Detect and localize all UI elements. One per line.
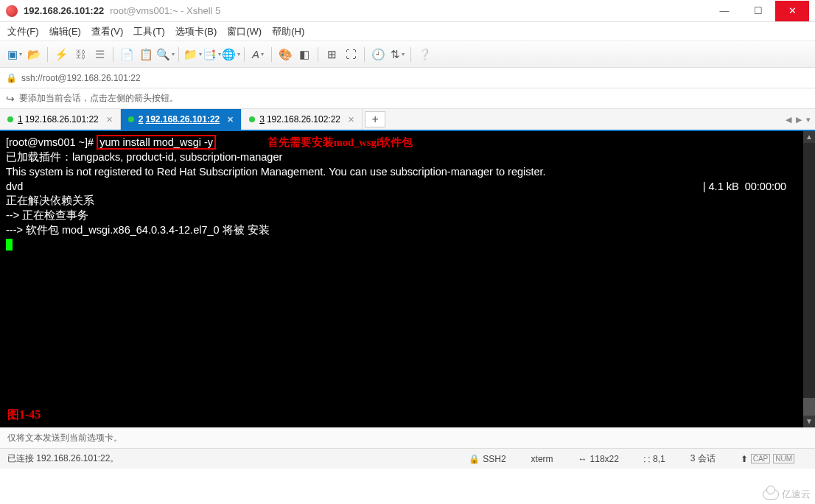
terminal-line: dvd	[6, 181, 23, 192]
open-icon[interactable]: 📂	[25, 46, 43, 63]
tab-close-icon[interactable]: ✕	[227, 115, 234, 125]
separator	[113, 47, 113, 62]
reconnect-icon[interactable]: ⚡	[52, 46, 70, 63]
separator	[271, 47, 272, 62]
session-tab-3[interactable]: 3 192.168.26.102:22 ✕	[242, 109, 363, 130]
help-icon[interactable]: ❔	[416, 46, 433, 63]
find-icon[interactable]: 🔍	[156, 46, 174, 63]
menu-tools[interactable]: 工具(T)	[133, 25, 165, 38]
status-bar: 已连接 192.168.26.101:22。 🔒 SSH2 xterm ↔ 11…	[0, 448, 815, 469]
session-tab-1[interactable]: 1 192.168.26.101:22 ✕	[0, 109, 121, 130]
tab-bar: 1 192.168.26.101:22 ✕ 2 192.168.26.101:2…	[0, 109, 815, 131]
window-title-main: 192.168.26.101:22	[24, 5, 104, 16]
minimize-button[interactable]: —	[707, 1, 741, 21]
status-dot-icon	[249, 116, 255, 122]
send-hint-text: 仅将文本发送到当前选项卡。	[7, 432, 122, 444]
address-text[interactable]: ssh://root@192.168.26.101:22	[21, 73, 141, 83]
transfer-icon[interactable]: ⇅	[388, 46, 406, 63]
session-count: 3 会话	[690, 452, 716, 465]
terminal-line: --> 正在检查事务	[6, 209, 88, 221]
tab-prev-icon[interactable]: ◀	[786, 115, 791, 125]
menu-tabs[interactable]: 选项卡(B)	[175, 25, 217, 38]
separator	[178, 47, 179, 62]
terminal-line: This system is not registered to Red Hat…	[6, 166, 546, 178]
script-icon[interactable]: 📑	[203, 46, 220, 63]
tab-label: 192.168.26.101:22	[145, 114, 220, 125]
menu-file[interactable]: 文件(F)	[7, 25, 39, 38]
cloud-icon	[763, 489, 779, 500]
menu-help[interactable]: 帮助(H)	[272, 25, 304, 38]
tab-label: 192.168.26.101:22	[25, 114, 99, 125]
theme-icon[interactable]: ◧	[295, 46, 313, 63]
menu-window[interactable]: 窗口(W)	[227, 25, 262, 38]
close-button[interactable]: ✕	[775, 1, 809, 21]
menu-edit[interactable]: 编辑(E)	[49, 25, 81, 38]
separator	[364, 47, 365, 62]
window-title-sub: root@vms001:~ - Xshell 5	[110, 5, 220, 16]
terminal-line: ---> 软件包 mod_wsgi.x86_64.0.3.4-12.el7_0 …	[6, 224, 270, 236]
scrollbar[interactable]: ▲ ▼	[803, 131, 815, 427]
hint-text: 要添加当前会话，点击左侧的箭头按钮。	[19, 92, 178, 105]
globe-icon[interactable]: 🌐	[222, 46, 239, 63]
terminal-line: 正在解决依赖关系	[6, 195, 94, 206]
figure-label: 图1-45	[7, 407, 41, 423]
terminal[interactable]: [root@vms001 ~]# yum install mod_wsgi -y…	[0, 131, 815, 427]
separator	[244, 47, 245, 62]
separator	[318, 47, 318, 62]
add-session-icon[interactable]: ↪	[6, 93, 15, 105]
lock-icon: 🔒	[6, 73, 17, 83]
paste-icon[interactable]: 📋	[137, 46, 155, 63]
layout-icon[interactable]: ⊞	[323, 46, 340, 63]
tab-next-icon[interactable]: ▶	[796, 115, 802, 125]
menu-bar: 文件(F) 编辑(E) 查看(V) 工具(T) 选项卡(B) 窗口(W) 帮助(…	[0, 22, 815, 41]
session-tab-2[interactable]: 2 192.168.26.101:22 ✕	[121, 109, 242, 130]
status-dot-icon	[7, 116, 13, 122]
prompt: [root@vms001 ~]#	[6, 136, 97, 148]
address-bar: 🔒 ssh://root@192.168.26.101:22	[0, 68, 815, 88]
log-icon[interactable]: 🕘	[369, 46, 387, 63]
tab-close-icon[interactable]: ✕	[348, 115, 354, 125]
protocol-indicator: 🔒 SSH2	[469, 454, 506, 464]
tab-nav: ◀ ▶ ▾	[781, 109, 815, 130]
terminal-type: xterm	[531, 454, 553, 464]
tab-close-icon[interactable]: ✕	[106, 115, 113, 125]
terminal-line: | 4.1 kB 00:00:00	[703, 181, 786, 192]
tab-label: 192.168.26.102:22	[267, 114, 340, 125]
terminal-line: 已加载插件：langpacks, product-id, subscriptio…	[6, 151, 282, 163]
app-icon	[6, 5, 18, 17]
cursor-position: ⸬ 8,1	[644, 454, 665, 464]
scroll-up-icon[interactable]: ▲	[803, 131, 815, 143]
toolbar: ▣ 📂 ⚡ ⛓ ☰ 📄 📋 🔍 📁 📑 🌐 A 🎨 ◧ ⊞ ⛶ 🕘 ⇅ ❔	[0, 41, 815, 68]
new-tab-button[interactable]: +	[365, 111, 385, 127]
annotation-text: 首先需要安装mod_wsgi软件包	[267, 136, 413, 148]
hint-bar: ↪ 要添加当前会话，点击左侧的箭头按钮。	[0, 88, 815, 109]
fullscreen-icon[interactable]: ⛶	[342, 46, 360, 63]
new-session-icon[interactable]: ▣	[6, 46, 24, 63]
tab-list-icon[interactable]: ▾	[806, 115, 811, 125]
command-highlight: yum install mod_wsgi -y	[97, 135, 216, 150]
terminal-size: ↔ 118x22	[578, 454, 619, 464]
copy-icon[interactable]: 📄	[118, 46, 136, 63]
lock-icon[interactable]: 📁	[183, 46, 201, 63]
font-icon[interactable]: A	[249, 46, 267, 63]
caps-indicator: ⬆ CAP NUM	[741, 454, 794, 464]
color-icon[interactable]: 🎨	[276, 46, 294, 63]
connection-status: 已连接 192.168.26.101:22。	[7, 452, 119, 465]
properties-icon[interactable]: ☰	[91, 46, 108, 63]
menu-view[interactable]: 查看(V)	[91, 25, 123, 38]
send-hint-bar: 仅将文本发送到当前选项卡。	[0, 427, 815, 448]
maximize-button[interactable]: ☐	[741, 1, 775, 21]
cursor	[6, 239, 13, 251]
separator	[47, 47, 48, 62]
scroll-down-icon[interactable]: ▼	[803, 416, 815, 427]
status-dot-icon	[128, 116, 134, 122]
disconnect-icon[interactable]: ⛓	[71, 46, 89, 63]
separator	[410, 47, 411, 62]
title-bar: 192.168.26.101:22 root@vms001:~ - Xshell…	[0, 0, 815, 22]
watermark: 亿速云	[763, 488, 811, 501]
